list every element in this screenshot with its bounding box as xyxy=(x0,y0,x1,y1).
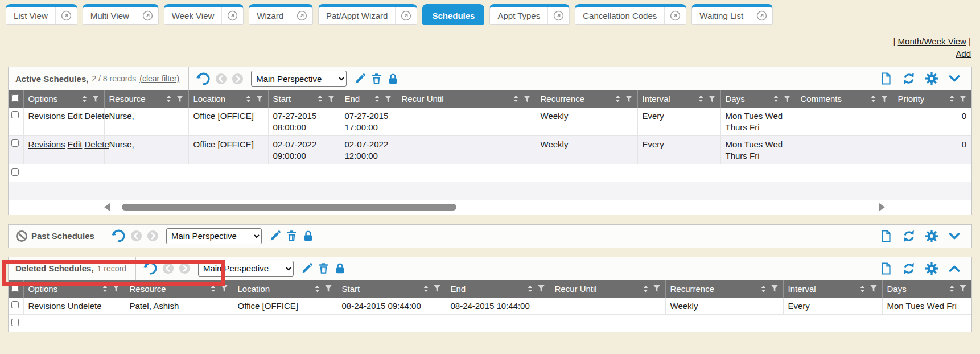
filter-icon[interactable] xyxy=(256,95,263,103)
filter-icon[interactable] xyxy=(176,95,184,103)
col-header-interval[interactable]: Interval xyxy=(637,90,720,108)
next-page-button[interactable] xyxy=(179,262,191,274)
col-header-location[interactable]: Location xyxy=(233,280,337,298)
col-header-start[interactable]: Start xyxy=(268,90,340,108)
edit-perspective-button[interactable] xyxy=(354,73,366,85)
collapse-panel-button[interactable] xyxy=(948,262,961,275)
reload-grid-button[interactable] xyxy=(902,229,916,243)
next-page-button[interactable] xyxy=(147,230,159,242)
col-header-recur-until[interactable]: Recur Until xyxy=(397,90,536,108)
filter-icon[interactable] xyxy=(959,95,967,103)
scroll-left-arrow[interactable] xyxy=(104,203,110,211)
horizontal-scrollbar[interactable] xyxy=(9,200,971,215)
prev-page-button[interactable] xyxy=(130,230,142,242)
sort-icon[interactable] xyxy=(760,285,767,293)
filter-icon[interactable] xyxy=(92,95,100,103)
filter-icon[interactable] xyxy=(433,285,441,293)
filter-icon[interactable] xyxy=(783,95,791,103)
undelete-link[interactable]: Undelete xyxy=(68,301,102,311)
refresh-button[interactable] xyxy=(143,261,158,275)
tab-wizard[interactable]: Wizard xyxy=(249,4,313,25)
col-header-recur-until[interactable]: Recur Until xyxy=(550,280,665,298)
col-header-days[interactable]: Days xyxy=(882,280,971,298)
select-all-checkbox[interactable] xyxy=(11,285,19,292)
tab-waiting-list[interactable]: Waiting List xyxy=(691,4,773,25)
tab-list-view[interactable]: List View xyxy=(6,4,77,25)
sort-icon[interactable] xyxy=(245,95,252,102)
reload-grid-button[interactable] xyxy=(902,262,916,275)
filter-icon[interactable] xyxy=(708,95,716,103)
col-header-resource[interactable]: Resource xyxy=(104,90,188,108)
edit-link[interactable]: Edit xyxy=(68,139,83,149)
col-header-recurrence[interactable]: Recurrence xyxy=(665,280,783,298)
col-header-end[interactable]: End xyxy=(340,90,397,108)
filter-icon[interactable] xyxy=(384,95,392,103)
collapse-panel-button[interactable] xyxy=(948,72,961,85)
perspective-select[interactable]: Main Perspective xyxy=(251,71,347,87)
sort-icon[interactable] xyxy=(614,95,621,102)
delete-link[interactable]: Delete xyxy=(84,111,109,121)
col-header-options[interactable]: Options xyxy=(23,280,125,298)
popout-icon[interactable] xyxy=(665,7,686,24)
sort-icon[interactable] xyxy=(948,95,956,102)
delete-perspective-button[interactable] xyxy=(370,73,382,85)
sort-icon[interactable] xyxy=(772,95,780,102)
month-week-view-link[interactable]: Month/Week View xyxy=(898,36,966,46)
row-checkbox[interactable] xyxy=(11,111,19,118)
popout-icon[interactable] xyxy=(222,7,243,24)
tab-schedules[interactable]: Schedules xyxy=(422,4,484,25)
sort-icon[interactable] xyxy=(101,285,109,293)
expand-panel-button[interactable] xyxy=(948,229,961,243)
filter-icon[interactable] xyxy=(625,95,633,103)
row-checkbox[interactable] xyxy=(11,319,19,326)
filter-icon[interactable] xyxy=(537,285,545,293)
tab-week-view[interactable]: Week View xyxy=(164,4,244,25)
filter-icon[interactable] xyxy=(653,285,661,293)
filter-icon[interactable] xyxy=(327,95,335,103)
perspective-select[interactable]: Main Perspective xyxy=(166,228,262,244)
document-button[interactable] xyxy=(879,262,893,275)
document-button[interactable] xyxy=(879,229,893,243)
sort-icon[interactable] xyxy=(422,285,430,293)
sort-icon[interactable] xyxy=(642,285,649,293)
next-page-button[interactable] xyxy=(232,73,244,85)
row-checkbox[interactable] xyxy=(11,301,19,308)
sort-icon[interactable] xyxy=(512,95,520,102)
tab-cancellation-codes[interactable]: Cancellation Codes xyxy=(575,4,686,25)
sort-icon[interactable] xyxy=(165,95,172,102)
tab-multi-view[interactable]: Multi View xyxy=(83,4,159,25)
col-header-start[interactable]: Start xyxy=(337,280,446,298)
reload-grid-button[interactable] xyxy=(902,72,916,85)
col-header-location[interactable]: Location xyxy=(188,90,268,108)
row-checkbox[interactable] xyxy=(11,168,19,176)
popout-icon[interactable] xyxy=(751,7,772,24)
sort-icon[interactable] xyxy=(870,95,877,102)
col-header-recurrence[interactable]: Recurrence xyxy=(536,90,637,108)
sort-icon[interactable] xyxy=(373,95,381,102)
filter-icon[interactable] xyxy=(324,285,332,293)
sort-icon[interactable] xyxy=(697,95,705,102)
settings-gear-button[interactable] xyxy=(925,72,938,85)
scrollbar-thumb[interactable] xyxy=(122,204,456,211)
filter-icon[interactable] xyxy=(771,285,779,293)
revisions-link[interactable]: Revisions xyxy=(28,301,65,311)
filter-icon[interactable] xyxy=(523,95,531,103)
scroll-right-arrow[interactable] xyxy=(879,203,885,211)
filter-icon[interactable] xyxy=(880,95,888,103)
col-header-priority[interactable]: Priority xyxy=(893,90,971,108)
sort-icon[interactable] xyxy=(314,285,321,293)
edit-perspective-button[interactable] xyxy=(269,230,281,242)
filter-icon[interactable] xyxy=(870,285,878,293)
lock-perspective-button[interactable] xyxy=(334,262,346,274)
col-header-interval[interactable]: Interval xyxy=(783,280,882,298)
popout-icon[interactable] xyxy=(396,7,417,24)
filter-icon[interactable] xyxy=(959,285,967,293)
filter-icon[interactable] xyxy=(112,285,120,293)
delete-perspective-button[interactable] xyxy=(318,262,330,274)
sort-icon[interactable] xyxy=(209,285,217,293)
col-header-resource[interactable]: Resource xyxy=(125,280,233,298)
col-header-end[interactable]: End xyxy=(446,280,550,298)
lock-perspective-button[interactable] xyxy=(387,73,399,85)
perspective-select[interactable]: Main Perspective xyxy=(198,261,294,277)
sort-icon[interactable] xyxy=(316,95,324,102)
